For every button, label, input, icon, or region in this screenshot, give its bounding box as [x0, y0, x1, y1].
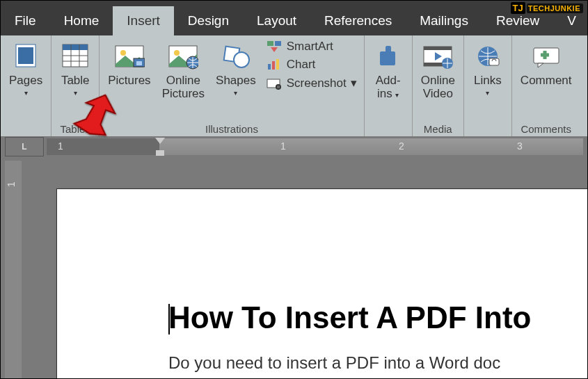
group-label-illustrations: Illustrations — [104, 122, 360, 135]
links-button[interactable]: Links▾ — [468, 38, 507, 134]
tab-mailings[interactable]: Mailings — [406, 6, 482, 35]
horizontal-ruler[interactable]: 1 1 2 3 — [47, 138, 583, 155]
svg-rect-3 — [63, 45, 88, 50]
svg-rect-22 — [276, 59, 279, 70]
watermark: TJTECHJUNKIE — [511, 2, 583, 14]
table-icon — [61, 41, 89, 72]
caret-icon: ▾ — [61, 89, 90, 97]
first-line-indent-icon[interactable] — [155, 138, 165, 144]
shapes-icon — [222, 41, 250, 72]
smartart-button[interactable]: SmartArt — [266, 40, 357, 54]
group-media: OnlineVideo Media — [413, 35, 464, 136]
svg-rect-21 — [272, 61, 275, 70]
tab-file[interactable]: File — [1, 6, 50, 35]
document-area: 1 How To Insert A PDF Into Do you need t… — [1, 156, 587, 379]
group-pages: Pages▾ — [1, 35, 51, 136]
pictures-icon — [114, 41, 145, 72]
vertical-ruler[interactable]: 1 — [5, 161, 22, 379]
pictures-button[interactable]: Pictures — [104, 38, 154, 122]
caret-icon: ▾ — [351, 76, 357, 90]
group-illustrations: Pictures OnlinePictures Shapes▾ SmartArt — [100, 35, 365, 136]
shapes-button[interactable]: Shapes▾ — [212, 38, 260, 122]
links-icon — [475, 41, 500, 72]
addins-icon — [376, 41, 401, 72]
tab-stop-selector[interactable]: L — [5, 137, 44, 156]
group-tables: Table▾ Tables — [51, 35, 100, 136]
svg-rect-20 — [268, 64, 271, 70]
ribbon: Pages▾ Table▾ Tables Pictures — [1, 35, 587, 137]
tab-layout[interactable]: Layout — [243, 6, 310, 35]
svg-rect-11 — [136, 61, 142, 65]
svg-marker-36 — [538, 63, 543, 67]
pages-button[interactable]: Pages▾ — [5, 38, 47, 134]
pages-icon — [14, 41, 38, 72]
svg-rect-17 — [267, 41, 273, 46]
tab-references[interactable]: References — [310, 6, 406, 35]
caret-icon: ▾ — [474, 89, 502, 97]
addins-button[interactable]: Add-ins ▾ — [369, 38, 408, 134]
comment-button[interactable]: Comment — [516, 38, 576, 122]
svg-rect-26 — [380, 51, 395, 65]
tab-design[interactable]: Design — [174, 6, 243, 35]
table-button[interactable]: Table▾ — [56, 38, 95, 122]
document-page[interactable]: How To Insert A PDF Into Do you need to … — [56, 188, 588, 379]
caret-icon: ▾ — [395, 91, 399, 99]
screenshot-button[interactable]: Screenshot ▾ — [266, 76, 357, 90]
svg-rect-18 — [275, 41, 281, 46]
tab-home[interactable]: Home — [50, 6, 113, 35]
group-links: Links▾ — [464, 35, 512, 136]
caret-icon: ▾ — [216, 89, 256, 97]
video-icon — [422, 41, 453, 72]
svg-rect-25 — [277, 86, 280, 88]
group-addins: Add-ins ▾ — [365, 35, 413, 136]
svg-marker-19 — [271, 47, 278, 52]
chart-button[interactable]: Chart — [266, 58, 357, 72]
group-label-tables: Tables — [56, 122, 95, 135]
smartart-icon — [266, 40, 283, 53]
screenshot-icon — [266, 77, 283, 90]
online-video-button[interactable]: OnlineVideo — [417, 38, 459, 122]
group-label-media: Media — [417, 122, 459, 135]
group-comments: Comment Comments — [512, 35, 580, 136]
document-heading[interactable]: How To Insert A PDF Into — [168, 300, 588, 335]
svg-point-9 — [120, 50, 126, 56]
online-pictures-button[interactable]: OnlinePictures — [158, 38, 209, 122]
comment-icon — [531, 41, 562, 72]
svg-rect-27 — [386, 46, 391, 53]
hanging-indent-icon[interactable] — [156, 150, 164, 156]
caret-icon: ▾ — [9, 89, 42, 97]
svg-point-13 — [174, 50, 180, 56]
group-label-comments: Comments — [516, 122, 576, 135]
svg-rect-29 — [424, 47, 452, 50]
svg-point-16 — [234, 52, 249, 67]
ribbon-tabs: File Home Insert Design Layout Reference… — [1, 6, 587, 35]
chart-icon — [266, 58, 283, 71]
ruler-area: L 1 1 2 3 — [1, 137, 587, 156]
tab-insert[interactable]: Insert — [113, 6, 174, 35]
online-pictures-icon — [168, 41, 198, 72]
document-body[interactable]: Do you need to insert a PDF into a Word … — [168, 353, 588, 373]
svg-rect-1 — [18, 47, 33, 64]
